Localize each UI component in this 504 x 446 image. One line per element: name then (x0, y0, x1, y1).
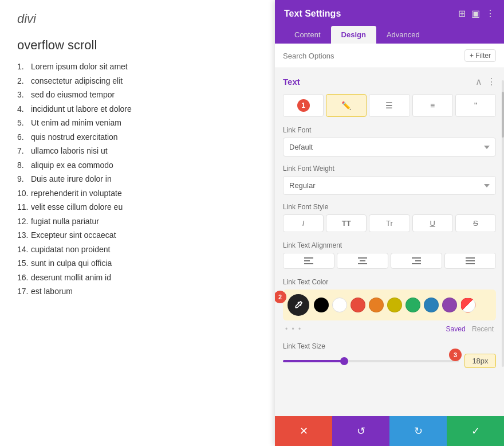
capitalize-button[interactable]: Tr (369, 214, 410, 232)
text-section-header: Text ∧ ⋮ (283, 76, 496, 87)
badge-2: 2 (275, 291, 286, 303)
list1-icon: ☰ (385, 101, 393, 110)
swatch-red[interactable] (351, 298, 365, 312)
format-btn-quote[interactable]: " (455, 94, 496, 117)
list-item: 3. sed do eiusmod tempor (17, 88, 255, 102)
badge-3: 3 (449, 349, 462, 361)
font-style-buttons: I TT Tr U S (283, 214, 496, 232)
align-left-button[interactable] (283, 253, 334, 269)
svg-rect-10 (466, 260, 475, 261)
slider-thumb[interactable] (340, 357, 348, 365)
list-item-num: 8. (17, 158, 29, 173)
list-item: 5. Ut enim ad minim veniam (17, 116, 255, 130)
swatch-none[interactable] (460, 298, 475, 312)
uppercase-button[interactable]: TT (326, 214, 367, 232)
list-item-text: velit esse cillum dolore eu (31, 202, 123, 212)
swatch-blue[interactable] (424, 298, 439, 312)
slider-value: 18px (472, 357, 488, 365)
swatch-white[interactable] (332, 298, 347, 312)
link-font-weight-select[interactable]: Regular Bold Light (283, 176, 496, 195)
columns-icon[interactable]: ▣ (471, 8, 480, 19)
link-text-color-label: Link Text Color (283, 278, 496, 286)
format-btn-list1[interactable]: ☰ (369, 94, 410, 117)
list-item-num: 12. (17, 214, 29, 229)
link-font-weight-label: Link Font Weight (283, 165, 496, 173)
swatch-yellow[interactable] (387, 298, 402, 312)
format-btn-badge[interactable]: 1 (283, 94, 324, 117)
quote-icon: " (474, 101, 477, 110)
color-picker-row: 2 (283, 289, 496, 320)
strikethrough-button[interactable]: S (455, 214, 496, 232)
save-icon: ✓ (471, 425, 480, 437)
format-btn-brush[interactable]: ✏️ (326, 94, 367, 117)
swatch-black[interactable] (314, 298, 329, 312)
list-item: 15. sunt in culpa qui officia (17, 256, 255, 271)
align-center-button[interactable] (337, 253, 388, 269)
slider-fill (283, 360, 344, 362)
scroll-bar[interactable] (502, 80, 504, 367)
cancel-button[interactable]: ✕ (275, 416, 332, 446)
tab-content[interactable]: Content (284, 26, 331, 44)
slider-section: Link Text Size 3 18px (283, 342, 496, 368)
redo-icon: ↻ (414, 425, 423, 437)
format-btn-list2[interactable]: ≡ (412, 94, 453, 117)
saved-label[interactable]: Saved (446, 325, 466, 333)
link-font-select[interactable]: Default Arial Georgia (283, 138, 496, 157)
eyedropper-button[interactable] (288, 294, 309, 316)
more-icon[interactable]: ⋮ (486, 8, 495, 19)
collapse-icon[interactable]: ∧ (475, 76, 482, 87)
list-item: 17. est laborum (17, 284, 255, 299)
list-item: 8. aliquip ex ea commodo (17, 158, 255, 173)
list-item-num: 17. (17, 284, 29, 299)
list-item-num: 13. (17, 228, 29, 242)
swatch-orange[interactable] (369, 298, 384, 312)
list-item-num: 6. (17, 130, 29, 144)
swatch-green[interactable] (405, 298, 420, 312)
link-text-size-label: Link Text Size (283, 342, 496, 350)
swatch-purple[interactable] (442, 298, 457, 312)
tab-design[interactable]: Design (331, 26, 376, 44)
slider-track[interactable] (283, 360, 459, 362)
list-item-text: aliquip ex ea commodo (31, 161, 113, 170)
align-justify-button[interactable] (444, 253, 496, 269)
align-right-button[interactable] (391, 253, 442, 269)
filter-button[interactable]: + Filter (464, 49, 496, 62)
link-font-style-label: Link Font Style (283, 203, 496, 211)
list-item-num: 16. (17, 271, 29, 285)
svg-rect-7 (415, 260, 421, 261)
section-more-icon[interactable]: ⋮ (487, 76, 496, 87)
svg-rect-3 (358, 257, 367, 259)
svg-rect-6 (412, 257, 421, 259)
section-controls: ∧ ⋮ (475, 76, 496, 87)
list-item-text: reprehenderit in voluptate (31, 189, 122, 198)
undo-icon: ↺ (357, 425, 365, 437)
badge-1: 1 (297, 99, 310, 112)
panel-header: Text Settings ⊞ ▣ ⋮ ContentDesignAdvance… (275, 0, 504, 44)
list-item-text: Duis aute irure dolor in (31, 174, 112, 183)
expand-icon[interactable]: ⊞ (458, 8, 466, 19)
list-item-text: Ut enim ad minim veniam (31, 118, 121, 127)
redo-button[interactable]: ↻ (389, 416, 447, 446)
tab-advanced[interactable]: Advanced (376, 26, 430, 44)
recent-label[interactable]: Recent (472, 325, 494, 333)
format-buttons-row: 1 ✏️ ☰ ≡ " (283, 94, 496, 117)
dots-indicator: • • • (285, 325, 302, 333)
list-item: 14. cupidatat non proident (17, 242, 255, 257)
list-item-text: ullamco laboris nisi ut (31, 146, 108, 155)
list-item: 10. reprehenderit in voluptate (17, 186, 255, 201)
svg-rect-9 (466, 257, 475, 259)
undo-button[interactable]: ↺ (332, 416, 389, 446)
list-item: 2. consectetur adipiscing elit (17, 74, 255, 88)
svg-rect-1 (304, 260, 310, 261)
search-bar: + Filter (275, 44, 504, 68)
search-input[interactable] (283, 52, 464, 60)
list-item-num: 9. (17, 172, 29, 186)
underline-button[interactable]: U (412, 214, 453, 232)
save-button[interactable]: ✓ (447, 416, 504, 446)
list-item-num: 11. (17, 200, 29, 214)
italic-button[interactable]: I (283, 214, 324, 232)
page-title: overflow scroll (17, 38, 255, 53)
slider-row: 3 18px (283, 354, 496, 368)
slider-value-box: 3 18px (464, 354, 496, 368)
list-item-text: sed do eiusmod tempor (31, 90, 115, 99)
